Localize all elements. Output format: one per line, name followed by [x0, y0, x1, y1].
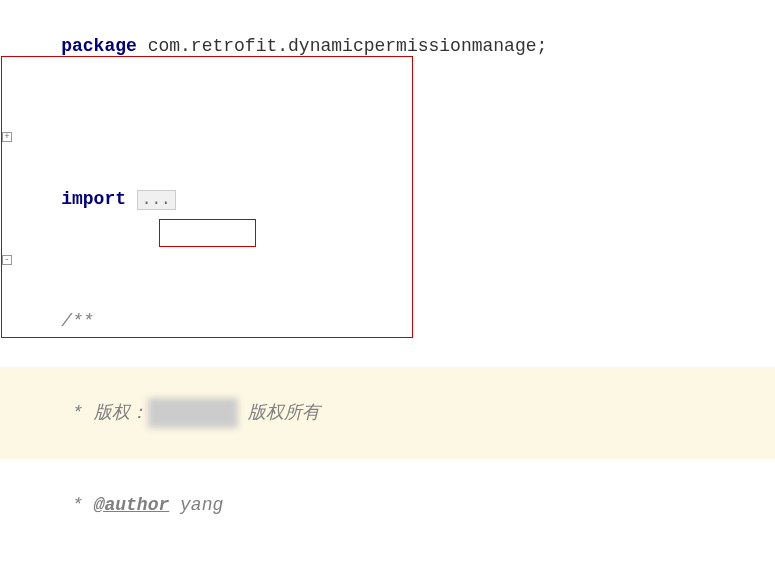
redacted-text: [148, 398, 238, 429]
code-editor[interactable]: package com.retrofit.dynamicpermissionma…: [0, 0, 775, 586]
author-tag: @author: [94, 495, 170, 515]
import-folded[interactable]: ...: [137, 190, 176, 210]
package-keyword: package: [61, 36, 137, 56]
doc-author-prefix: *: [61, 495, 93, 515]
doc-author-line[interactable]: * @author yang: [0, 459, 775, 551]
doc-copyright-line[interactable]: * 版权： 版权所有: [0, 367, 775, 459]
doc-start-line[interactable]: - /**: [0, 245, 775, 367]
package-path: com.retrofit.dynamicpermissionmanage;: [137, 36, 547, 56]
doc-copyright-suffix: 版权所有: [238, 403, 321, 423]
import-line[interactable]: + import ...: [0, 122, 775, 244]
fold-expand-icon[interactable]: +: [2, 132, 12, 142]
blank-line[interactable]: [0, 92, 775, 123]
author-name: yang: [169, 495, 223, 515]
doc-version-line[interactable]: * 版本：1.0: [0, 551, 775, 586]
package-line[interactable]: package com.retrofit.dynamicpermissionma…: [0, 0, 775, 92]
import-keyword: import: [61, 189, 126, 209]
doc-start: /**: [61, 311, 93, 331]
doc-copyright-prefix: * 版权：: [61, 403, 147, 423]
fold-collapse-icon[interactable]: -: [2, 255, 12, 265]
